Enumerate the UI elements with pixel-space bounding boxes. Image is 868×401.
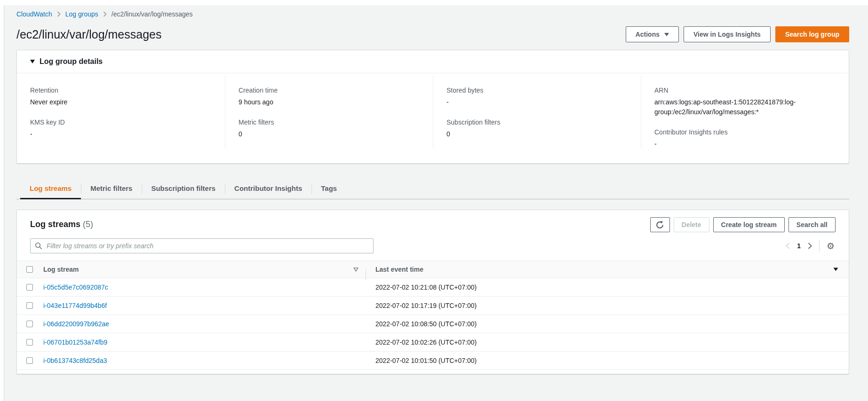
previous-page-icon[interactable] [786,243,790,249]
filter-row: 1 ⚙ [17,232,849,260]
row-checkbox[interactable] [26,321,33,327]
chevron-right-icon [103,11,107,17]
field-label: Subscription filters [446,118,628,126]
pagination: 1 ⚙ [786,240,836,252]
log-stream-link[interactable]: i-06701b01253a74fb9 [43,338,107,346]
row-checkbox[interactable] [26,339,33,346]
last-event-time-column-label: Last event time [375,266,423,273]
select-all-checkbox[interactable] [26,266,33,273]
row-checkbox[interactable] [26,284,33,291]
log-group-details-header[interactable]: Log group details [17,50,849,73]
create-log-stream-button[interactable]: Create log stream [713,217,785,232]
table-header-row: Log stream Last event time [17,260,849,278]
field-label: Stored bytes [446,86,628,94]
search-all-label: Search all [796,221,828,228]
field-value: - [30,129,212,139]
caret-down-icon [664,33,669,36]
details-card-title: Log group details [40,57,103,66]
settings-gear-icon[interactable]: ⚙ [827,242,835,251]
details-column-2: Creation time 9 hours ago Metric filters… [225,75,433,149]
search-icon [35,242,42,250]
row-checkbox-cell [17,357,43,364]
chevron-right-icon [57,11,61,17]
breadcrumb-log-groups-link[interactable]: Log groups [65,10,98,18]
table-row: i-05c5d5e7c0692087c 2022-07-02 10:21:08 … [17,278,849,297]
row-time-cell: 2022-07-02 10:02:26 (UTC+07:00) [366,338,849,346]
last-event-time-value: 2022-07-02 10:08:50 (UTC+07:00) [375,320,477,328]
search-log-group-button[interactable]: Search log group [775,26,849,42]
tab-tags[interactable]: Tags [311,178,346,199]
log-streams-count: (5) [83,220,93,229]
field-value: - [654,139,836,149]
field-retention: Retention Never expire [30,86,212,107]
collapse-triangle-icon [30,60,35,63]
tab-contributor-insights[interactable]: Contributor Insights [225,178,311,199]
tab-log-streams[interactable]: Log streams [20,178,81,199]
tab-bar: Log streams Metric filters Subscription … [16,178,849,199]
field-label: KMS key ID [30,118,212,126]
view-in-logs-insights-button[interactable]: View in Logs Insights [684,26,771,42]
row-time-cell: 2022-07-02 10:01:50 (UTC+07:00) [366,357,849,364]
log-stream-link[interactable]: i-06dd2200997b962ae [43,320,109,328]
field-label: Contributor Insights rules [654,128,836,136]
field-value: 0 [239,129,420,139]
log-streams-card: Log streams (5) Delete Create log stream… [16,210,849,374]
table-row: i-06701b01253a74fb9 2022-07-02 10:02:26 … [17,333,849,352]
page-content: CloudWatch Log groups /ec2/linux/var/log… [0,5,868,374]
filter-log-streams-input[interactable] [30,238,374,253]
field-label: Retention [30,86,212,94]
last-event-time-value: 2022-07-02 10:17:19 (UTC+07:00) [375,302,477,309]
last-event-time-value: 2022-07-02 10:02:26 (UTC+07:00) [375,338,477,346]
tab-subscription-filters[interactable]: Subscription filters [142,178,225,199]
log-stream-link[interactable]: i-0b613743c8fd25da3 [43,357,107,364]
field-label: ARN [654,86,836,94]
header-actions: Actions View in Logs Insights Search log… [626,26,849,42]
row-time-cell: 2022-07-02 10:21:08 (UTC+07:00) [366,283,849,291]
page-header: /ec2/linux/var/log/messages Actions View… [16,26,849,42]
table-row: i-06dd2200997b962ae 2022-07-02 10:08:50 … [17,315,849,333]
field-label: Creation time [239,86,420,94]
log-stream-link[interactable]: i-043e11774d99b4b6f [43,302,107,309]
create-log-stream-label: Create log stream [721,221,777,228]
table-row: i-0b613743c8fd25da3 2022-07-02 10:01:50 … [17,352,849,370]
breadcrumb-cloudwatch-link[interactable]: CloudWatch [16,10,52,18]
breadcrumb: CloudWatch Log groups /ec2/linux/var/log… [16,5,849,18]
details-column-4: ARN arn:aws:logs:ap-southeast-1:50122824… [641,75,849,149]
field-stored-bytes: Stored bytes - [446,86,628,107]
row-time-cell: 2022-07-02 10:08:50 (UTC+07:00) [366,320,849,328]
row-stream-cell: i-06701b01253a74fb9 [43,338,366,346]
field-metric-filters: Metric filters 0 [239,118,420,139]
row-checkbox-cell [17,339,43,346]
delete-button[interactable]: Delete [674,217,709,232]
log-stream-link[interactable]: i-05c5d5e7c0692087c [43,283,108,291]
breadcrumb-current: /ec2/linux/var/log/messages [111,10,193,18]
details-grid: Retention Never expire KMS key ID - Crea… [17,73,849,163]
tab-metric-filters[interactable]: Metric filters [81,178,142,199]
sort-descending-icon [833,267,838,271]
last-event-time-column-header[interactable]: Last event time [366,266,849,273]
row-checkbox-cell [17,302,43,309]
header-checkbox-cell [17,266,43,273]
log-streams-title: Log streams (5) [30,217,93,229]
refresh-icon [656,221,664,229]
actions-dropdown-button[interactable]: Actions [626,26,679,42]
log-stream-column-header[interactable]: Log stream [43,266,366,273]
field-contributor-insights-rules: Contributor Insights rules - [654,128,836,149]
refresh-button[interactable] [650,217,670,232]
last-event-time-value: 2022-07-02 10:21:08 (UTC+07:00) [375,283,477,291]
field-creation-time: Creation time 9 hours ago [239,86,420,107]
search-all-button[interactable]: Search all [788,217,836,232]
field-label: Metric filters [239,118,420,126]
last-event-time-value: 2022-07-02 10:01:50 (UTC+07:00) [375,357,477,364]
log-streams-table: Log stream Last event time i-05c5d5e7c06… [17,260,849,370]
page-title: /ec2/linux/var/log/messages [16,27,161,42]
next-page-icon[interactable] [808,243,812,249]
search-log-group-label: Search log group [785,31,839,38]
field-value: Never expire [30,97,212,107]
search-box [30,238,374,253]
log-group-details-card: Log group details Retention Never expire… [16,50,849,164]
page-number[interactable]: 1 [797,242,801,250]
row-checkbox[interactable] [26,302,33,309]
row-stream-cell: i-0b613743c8fd25da3 [43,357,366,364]
row-checkbox[interactable] [26,357,33,364]
